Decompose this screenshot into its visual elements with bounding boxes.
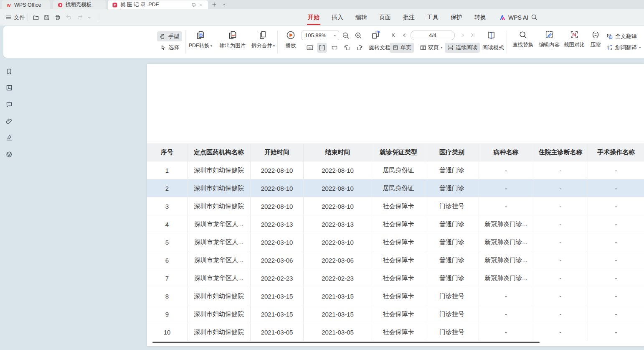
two-page-label: 双页 [428, 44, 439, 51]
tab-list-button[interactable] [221, 0, 226, 9]
select-tool-button[interactable]: 选择 [157, 43, 182, 53]
menu-insert[interactable]: 插入 [331, 10, 344, 26]
read-mode-icon-button[interactable] [486, 30, 496, 40]
last-page-icon [469, 32, 476, 38]
monitor-icon[interactable] [191, 3, 196, 8]
wps-ai-label: WPS AI [508, 14, 528, 21]
read-mode-label: 阅读模式 [482, 44, 504, 51]
zoom-in-button[interactable] [354, 31, 363, 40]
redo-button[interactable] [76, 9, 83, 26]
select-tool-label: 选择 [168, 44, 179, 51]
hand-tool-button[interactable]: 手型 [157, 31, 182, 41]
quickbar-more-button[interactable] [87, 9, 92, 26]
zoom-out-button[interactable] [342, 31, 350, 40]
menu-tools[interactable]: 工具 [426, 10, 439, 26]
table-row: 5深圳市龙华区人...2022-03-102022-03-10社会保障卡普通门诊… [147, 233, 644, 251]
fit-width-button[interactable] [330, 43, 340, 53]
open-file-button[interactable] [33, 9, 39, 26]
two-page-button[interactable]: 双页▾ [417, 43, 445, 53]
rotate-right-icon [356, 44, 363, 51]
menu-protect[interactable]: 保护 [450, 10, 463, 26]
save-button[interactable] [43, 9, 50, 26]
zoom-level-select[interactable]: 105.88% ▾ [302, 31, 339, 40]
table-cell: 2022-08-10 [251, 179, 304, 197]
find-replace-button[interactable]: 查找替换 [510, 30, 536, 49]
last-page-button[interactable] [469, 32, 476, 38]
export-image-button[interactable]: 输出为图片 [216, 30, 249, 49]
signature-icon[interactable] [5, 134, 13, 142]
fit-page-button[interactable] [317, 43, 327, 53]
table-cell: 社会保障卡 [372, 287, 425, 305]
layers-icon[interactable] [5, 151, 13, 158]
read-mode-button[interactable]: 阅读模式 [480, 43, 507, 53]
word-translate-button[interactable]: 文A 划词翻译▾ [604, 43, 644, 53]
actual-size-button[interactable]: 1:1 [305, 43, 315, 53]
split-merge-button[interactable]: 拆分合并▾ [247, 30, 279, 49]
full-translate-button[interactable]: A文 全文翻译 [604, 31, 639, 41]
first-page-button[interactable] [390, 32, 397, 38]
new-tab-button[interactable] [211, 0, 217, 9]
rotate-left-button[interactable] [342, 43, 352, 53]
menu-convert[interactable]: 转换 [474, 10, 487, 26]
table-cell: 居民身份证 [372, 179, 425, 197]
pdf-convert-label: PDF转换 [189, 42, 210, 49]
comment-icon[interactable] [5, 101, 13, 109]
compress-icon [591, 30, 600, 39]
menu-edit[interactable]: 编辑 [355, 10, 368, 26]
fit-width-icon [331, 44, 338, 51]
screenshot-compare-button[interactable]: 截图对比 [561, 30, 587, 49]
word-translate-label: 划词翻译 [615, 44, 637, 51]
table-cell: 社会保障卡 [372, 215, 425, 233]
play-icon [286, 30, 296, 40]
docer-logo-icon [57, 2, 63, 8]
bookmark-icon[interactable] [5, 68, 13, 76]
svg-text:A: A [610, 48, 612, 51]
tab-docer-templates[interactable]: 找稻壳模板 [53, 0, 106, 9]
compress-button[interactable]: 压缩 [586, 30, 605, 49]
menu-page[interactable]: 页面 [378, 10, 392, 26]
menu-annotate[interactable]: 批注 [402, 10, 416, 26]
tab-bar: W WPS Office 找稻壳模板 P 就 医 记 录 .PDF [0, 0, 644, 9]
table-cell: 10 [147, 323, 188, 341]
single-page-label: 单页 [401, 44, 411, 51]
prev-page-icon [401, 32, 408, 38]
attachment-icon[interactable] [5, 118, 13, 125]
column-header: 住院主诊断名称 [533, 143, 588, 161]
file-menu-button[interactable]: 文件 [5, 9, 25, 26]
print-icon [54, 14, 61, 21]
rotate-doc-button[interactable]: 旋转文档 [366, 43, 393, 53]
close-tab-icon[interactable] [199, 3, 204, 8]
table-cell: 社会保障卡 [372, 251, 425, 269]
prev-page-button[interactable] [401, 32, 408, 38]
rotate-doc-icon-button[interactable] [371, 30, 381, 40]
thumbnails-icon[interactable] [5, 84, 13, 92]
continuous-read-button[interactable]: 连续阅读 [445, 43, 480, 53]
horizontal-scrollbar[interactable] [152, 342, 540, 343]
page-indicator-input[interactable]: 4/4 [411, 31, 455, 40]
table-cell: 新冠肺炎门诊... [479, 269, 533, 287]
undo-button[interactable] [66, 9, 72, 26]
chevron-down-icon [87, 15, 92, 20]
pdf-convert-button[interactable]: W PDF转换▾ [185, 30, 216, 49]
table-cell: 9 [147, 305, 188, 323]
edit-content-button[interactable]: 编辑内容 [536, 30, 562, 49]
plus-icon [211, 2, 217, 8]
wps-ai-button[interactable]: WPS AI [499, 9, 528, 26]
column-header: 定点医药机构名称 [188, 143, 251, 161]
single-page-button[interactable]: 单页 [390, 43, 414, 53]
tab-wps-home[interactable]: W WPS Office [2, 0, 50, 9]
menu-home[interactable]: 开始 [307, 10, 320, 26]
next-page-button[interactable] [459, 32, 466, 38]
column-header: 医疗类别 [425, 143, 479, 161]
table-cell: 深圳市龙华区人... [188, 215, 251, 233]
rotate-right-button[interactable] [355, 43, 365, 53]
table-cell: 2022-08-10 [251, 197, 304, 215]
zoom-out-icon [342, 31, 350, 40]
print-button[interactable] [54, 9, 61, 26]
table-row: 8深圳市妇幼保健院2021-03-152021-03-15社会保障卡门诊挂号--… [147, 287, 644, 305]
menu-search-button[interactable] [530, 13, 538, 23]
table-row: 2深圳市妇幼保健院2022-08-102022-08-10居民身份证普通门诊--… [147, 179, 644, 197]
tab-document-pdf[interactable]: P 就 医 记 录 .PDF [108, 0, 208, 9]
table-cell: - [588, 251, 644, 269]
play-button[interactable]: 播放 [281, 30, 301, 49]
